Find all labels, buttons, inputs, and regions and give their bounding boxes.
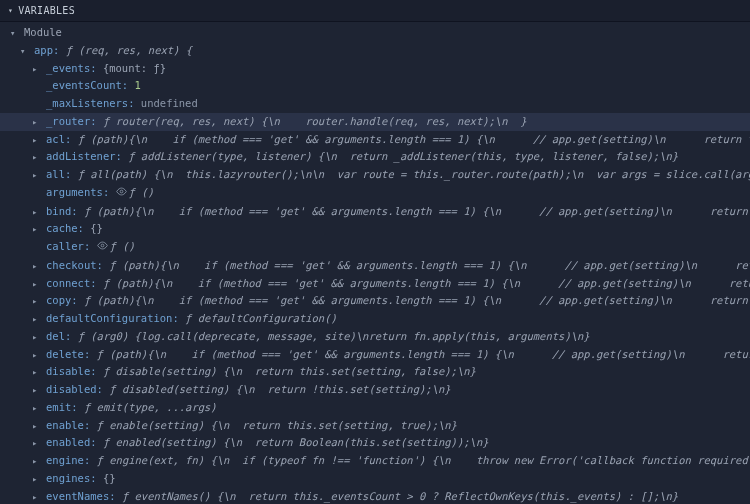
var-cache[interactable]: ▸ cache: {} <box>0 220 750 238</box>
var-acl[interactable]: ▸ acl: ƒ (path){\n if (method === 'get' … <box>0 131 750 149</box>
var-connect[interactable]: ▸ connect: ƒ (path){\n if (method === 'g… <box>0 275 750 293</box>
chevron-down-icon: ▾ <box>10 25 20 41</box>
variables-panel-header[interactable]: ▾ VARIABLES <box>0 0 750 22</box>
var-eventNames[interactable]: ▸ eventNames: ƒ eventNames() {\n return … <box>0 488 750 505</box>
var-router[interactable]: ▸ _router: ƒ router(req, res, next) {\n … <box>0 113 750 131</box>
chevron-right-icon: ▸ <box>32 364 42 380</box>
chevron-right-icon: ▸ <box>32 489 42 505</box>
chevron-right-icon: ▸ <box>32 221 42 237</box>
var-app[interactable]: ▾ app: ƒ (req, res, next) { <box>0 42 750 60</box>
var-enable[interactable]: ▸ enable: ƒ enable(setting) {\n return t… <box>0 417 750 435</box>
chevron-right-icon: ▸ <box>32 114 42 130</box>
chevron-right-icon: ▸ <box>32 132 42 148</box>
panel-title: VARIABLES <box>18 3 75 18</box>
chevron-right-icon: ▸ <box>32 435 42 451</box>
svg-point-0 <box>120 190 123 193</box>
chevron-right-icon: ▸ <box>32 347 42 363</box>
scope-module[interactable]: ▾ Module <box>0 24 750 42</box>
chevron-right-icon: ▸ <box>32 258 42 274</box>
variables-tree: ▾ Module ▾ app: ƒ (req, res, next) { ▸ _… <box>0 22 750 504</box>
var-disabled[interactable]: ▸ disabled: ƒ disabled(setting) {\n retu… <box>0 381 750 399</box>
var-copy[interactable]: ▸ copy: ƒ (path){\n if (method === 'get'… <box>0 292 750 310</box>
var-enabled[interactable]: ▸ enabled: ƒ enabled(setting) {\n return… <box>0 434 750 452</box>
var-checkout[interactable]: ▸ checkout: ƒ (path){\n if (method === '… <box>0 257 750 275</box>
chevron-right-icon: ▸ <box>32 204 42 220</box>
chevron-right-icon: ▸ <box>32 293 42 309</box>
var-caller[interactable]: ▸ caller: ƒ () <box>0 238 750 257</box>
eye-icon <box>116 186 127 202</box>
var-delete[interactable]: ▸ delete: ƒ (path){\n if (method === 'ge… <box>0 346 750 364</box>
var-engines[interactable]: ▸ engines: {} <box>0 470 750 488</box>
chevron-right-icon: ▸ <box>32 453 42 469</box>
svg-point-1 <box>101 244 104 247</box>
var-defaultConfiguration[interactable]: ▸ defaultConfiguration: ƒ defaultConfigu… <box>0 310 750 328</box>
var-bind[interactable]: ▸ bind: ƒ (path){\n if (method === 'get'… <box>0 203 750 221</box>
var-emit[interactable]: ▸ emit: ƒ emit(type, ...args) <box>0 399 750 417</box>
var-disable[interactable]: ▸ disable: ƒ disable(setting) {\n return… <box>0 363 750 381</box>
chevron-right-icon: ▸ <box>32 471 42 487</box>
chevron-right-icon: ▸ <box>32 311 42 327</box>
chevron-right-icon: ▸ <box>32 61 42 77</box>
chevron-down-icon: ▾ <box>8 5 13 17</box>
var-eventsCount[interactable]: ▸ _eventsCount: 1 <box>0 77 750 95</box>
chevron-right-icon: ▸ <box>32 167 42 183</box>
var-del[interactable]: ▸ del: ƒ (arg0) {log.call(deprecate, mes… <box>0 328 750 346</box>
chevron-right-icon: ▸ <box>32 382 42 398</box>
chevron-right-icon: ▸ <box>32 329 42 345</box>
var-events[interactable]: ▸ _events: {mount: ƒ} <box>0 60 750 78</box>
var-engine[interactable]: ▸ engine: ƒ engine(ext, fn) {\n if (type… <box>0 452 750 470</box>
var-all-arguments[interactable]: ▸ arguments: ƒ () <box>0 184 750 203</box>
var-all[interactable]: ▸ all: ƒ all(path) {\n this.lazyrouter()… <box>0 166 750 184</box>
eye-icon <box>97 240 108 256</box>
chevron-right-icon: ▸ <box>32 400 42 416</box>
chevron-right-icon: ▸ <box>32 276 42 292</box>
chevron-right-icon: ▸ <box>32 418 42 434</box>
var-maxListeners[interactable]: ▸ _maxListeners: undefined <box>0 95 750 113</box>
var-addListener[interactable]: ▸ addListener: ƒ addListener(type, liste… <box>0 148 750 166</box>
chevron-right-icon: ▸ <box>32 149 42 165</box>
chevron-down-icon: ▾ <box>20 43 30 59</box>
